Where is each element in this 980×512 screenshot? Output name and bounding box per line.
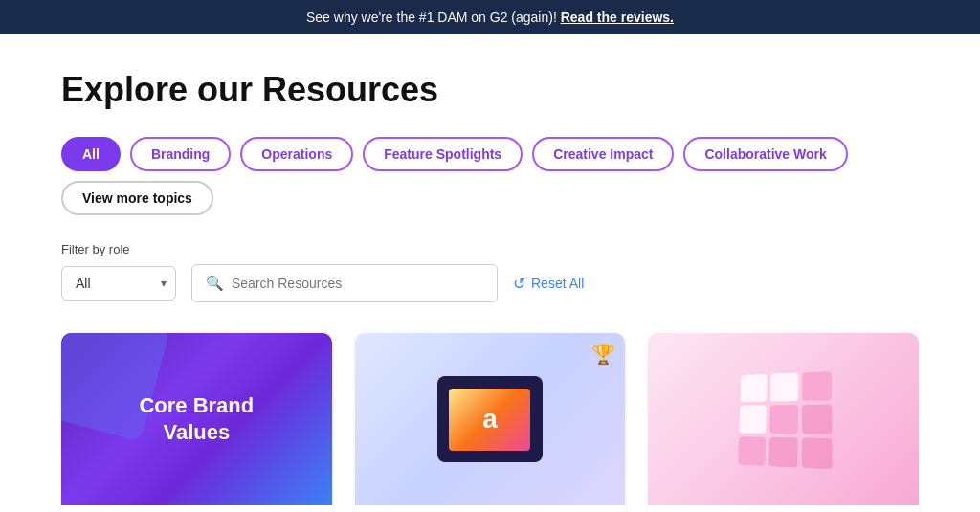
page-title: Explore our Resources (61, 69, 919, 110)
tab-branding[interactable]: Branding (130, 137, 231, 171)
role-select-wrapper: All Designer Marketer Developer Manager … (61, 266, 176, 301)
filter-controls: All Designer Marketer Developer Manager … (61, 264, 919, 302)
role-select[interactable]: All Designer Marketer Developer Manager (61, 266, 176, 301)
card-1-image: Core BrandValues (61, 333, 332, 505)
cube-cell (740, 374, 767, 402)
cube-cell (769, 405, 798, 434)
card-1-image-text: Core BrandValues (120, 392, 273, 447)
cube-cell (739, 406, 767, 434)
tab-feature-spotlights[interactable]: Feature Spotlights (363, 137, 523, 171)
card-2-body: BLOG How to Organize Design Files (for G… (355, 505, 626, 512)
cube-cell (738, 436, 766, 466)
topic-tabs: All Branding Operations Feature Spotligh… (61, 137, 919, 215)
card-2-image: a 🏆 (355, 333, 626, 505)
tab-all[interactable]: All (61, 137, 121, 171)
tab-creative-impact[interactable]: Creative Impact (532, 137, 674, 171)
search-box: 🔍 (191, 264, 498, 302)
card-2-device: a (437, 376, 543, 462)
card-3-image (648, 333, 919, 505)
tab-collaborative-work[interactable]: Collaborative Work (683, 137, 847, 171)
cube-grid (738, 371, 833, 469)
cube-cell (769, 373, 798, 402)
top-banner: See why we're the #1 DAM on G2 (again)! … (0, 0, 980, 34)
cube-cell (802, 405, 833, 434)
card-3[interactable]: BLOG Brandfolder: Simple Digital Asset M… (648, 333, 919, 512)
cards-grid: Core BrandValues BLOG How to Define Your… (61, 333, 919, 512)
card-2-decoration: 🏆 (591, 343, 615, 366)
filter-row: Filter by role All Designer Marketer Dev… (61, 242, 919, 302)
card-2-screen: a (449, 389, 530, 451)
reset-all-button[interactable]: ↺ Reset All (513, 275, 584, 293)
card-1[interactable]: Core BrandValues BLOG How to Define Your… (61, 333, 332, 512)
card-1-body: BLOG How to Define Your Core Brand Value… (61, 505, 332, 512)
reset-icon: ↺ (513, 275, 525, 293)
banner-text: See why we're the #1 DAM on G2 (again)! (306, 10, 561, 25)
cube-cell (768, 437, 797, 468)
tab-operations[interactable]: Operations (240, 137, 353, 171)
view-more-topics-button[interactable]: View more topics (61, 181, 213, 215)
cube-cell (802, 371, 832, 401)
filter-role-label: Filter by role (61, 242, 919, 256)
main-content: Explore our Resources All Branding Opera… (0, 34, 980, 512)
search-icon: 🔍 (206, 275, 224, 292)
card-3-body: BLOG Brandfolder: Simple Digital Asset M… (648, 505, 919, 512)
search-input[interactable] (232, 276, 483, 291)
reset-label: Reset All (531, 276, 584, 291)
banner-link[interactable]: Read the reviews. (561, 10, 674, 25)
card-2[interactable]: a 🏆 BLOG How to Organize Design Files (f… (355, 333, 626, 512)
cube-cell (801, 438, 832, 470)
